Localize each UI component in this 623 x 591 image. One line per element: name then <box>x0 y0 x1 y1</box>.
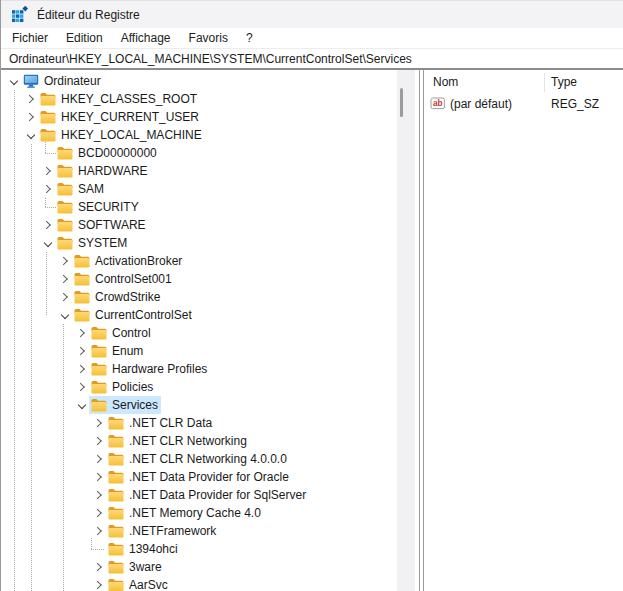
tree-item-label: SAM <box>78 180 104 198</box>
folder-icon <box>57 200 73 214</box>
chevron-icon[interactable] <box>75 396 89 414</box>
column-header-name[interactable]: Nom <box>425 75 551 89</box>
tree-item-enum[interactable]: Enum <box>1 342 397 360</box>
chevron-icon[interactable] <box>75 324 89 342</box>
chevron-icon[interactable] <box>58 270 72 288</box>
chevron-icon[interactable] <box>24 126 38 144</box>
chevron-icon[interactable] <box>24 90 38 108</box>
tree-item-label: HKEY_LOCAL_MACHINE <box>61 126 202 144</box>
tree-item-label: Policies <box>112 378 153 396</box>
values-pane: Nom Type ab (par défaut) REG_SZ <box>425 70 623 591</box>
tree-item-policies[interactable]: Policies <box>1 378 397 396</box>
tree-item-system[interactable]: SYSTEM <box>1 234 397 252</box>
folder-icon <box>91 344 107 358</box>
svg-text:ab: ab <box>433 99 443 108</box>
tree-item--net-clr-networking[interactable]: .NET CLR Networking <box>1 432 397 450</box>
tree-item-currentcontrolset[interactable]: CurrentControlSet <box>1 306 397 324</box>
tree-item-hkey-current-user[interactable]: HKEY_CURRENT_USER <box>1 108 397 126</box>
tree-item-hkey-classes-root[interactable]: HKEY_CLASSES_ROOT <box>1 90 397 108</box>
tree-item--net-data-provider-for-sqlserver[interactable]: .NET Data Provider for SqlServer <box>1 486 397 504</box>
chevron-icon[interactable] <box>75 360 89 378</box>
chevron-icon[interactable] <box>58 252 72 270</box>
registry-tree-pane: Ordinateur <box>1 70 397 591</box>
tree-item-ordinateur[interactable]: Ordinateur <box>1 72 397 90</box>
tree-item-control[interactable]: Control <box>1 324 397 342</box>
chevron-icon[interactable] <box>75 378 89 396</box>
chevron-icon[interactable] <box>41 162 55 180</box>
menu-item--[interactable]: ? <box>237 29 262 47</box>
column-separator[interactable] <box>544 73 545 92</box>
chevron-icon[interactable] <box>7 72 21 90</box>
tree-item-hkey-local-machine[interactable]: HKEY_LOCAL_MACHINE <box>1 126 397 144</box>
registry-editor-window: Éditeur du Registre Fichier Edition Affi… <box>0 0 623 591</box>
tree-item-sam[interactable]: SAM <box>1 180 397 198</box>
tree-item-security[interactable]: SECURITY <box>1 198 397 216</box>
chevron-icon[interactable] <box>92 504 106 522</box>
chevron-icon[interactable] <box>58 288 72 306</box>
folder-icon <box>57 164 73 178</box>
tree-item--net-memory-cache-4-0[interactable]: .NET Memory Cache 4.0 <box>1 504 397 522</box>
tree-item-label: Services <box>112 396 158 414</box>
value-row[interactable]: ab (par défaut) REG_SZ <box>425 94 623 113</box>
chevron-icon[interactable] <box>24 108 38 126</box>
menu-item-affichage[interactable]: Affichage <box>112 29 180 47</box>
tree-item--net-data-provider-for-oracle[interactable]: .NET Data Provider for Oracle <box>1 468 397 486</box>
tree-item-services[interactable]: Services <box>1 396 397 414</box>
folder-icon <box>91 398 107 412</box>
tree-item-label: .NET Memory Cache 4.0 <box>129 504 261 522</box>
chevron-icon[interactable] <box>41 180 55 198</box>
tree-item-hardware-profiles[interactable]: Hardware Profiles <box>1 360 397 378</box>
chevron-icon[interactable] <box>92 522 106 540</box>
folder-icon <box>74 308 90 322</box>
chevron-icon[interactable] <box>92 486 106 504</box>
chevron-icon[interactable] <box>58 306 72 324</box>
folder-icon <box>108 470 124 484</box>
tree-vertical-scrollbar[interactable] <box>397 70 415 591</box>
main-area: Ordinateur <box>1 70 623 591</box>
menu-item-fichier[interactable]: Fichier <box>3 29 57 47</box>
tree-item-3ware[interactable]: 3ware <box>1 558 397 576</box>
tree-item-aarsvc[interactable]: AarSvc <box>1 576 397 591</box>
tree-item-activationbroker[interactable]: ActivationBroker <box>1 252 397 270</box>
values-list: ab (par défaut) REG_SZ <box>425 94 623 113</box>
tree-item--netframework[interactable]: .NETFramework <box>1 522 397 540</box>
tree-item-software[interactable]: SOFTWARE <box>1 216 397 234</box>
value-type: REG_SZ <box>551 97 623 111</box>
tree-item-label: SOFTWARE <box>78 216 146 234</box>
tree-item-label: .NET CLR Networking <box>129 432 247 450</box>
tree-item-hardware[interactable]: HARDWARE <box>1 162 397 180</box>
tree-item--net-clr-data[interactable]: .NET CLR Data <box>1 414 397 432</box>
folder-icon <box>74 272 90 286</box>
chevron-icon[interactable] <box>41 216 55 234</box>
tree-item-1394ohci[interactable]: 1394ohci <box>1 540 397 558</box>
chevron-icon[interactable] <box>92 450 106 468</box>
chevron-icon[interactable] <box>92 576 106 591</box>
chevron-icon[interactable] <box>92 558 106 576</box>
tree-item-label: HKEY_CLASSES_ROOT <box>61 90 197 108</box>
tree-item-controlset001[interactable]: ControlSet001 <box>1 270 397 288</box>
menu-item-favoris[interactable]: Favoris <box>180 29 237 47</box>
chevron-icon[interactable] <box>92 414 106 432</box>
tree-item-label: CurrentControlSet <box>95 306 192 324</box>
tree-item-crowdstrike[interactable]: CrowdStrike <box>1 288 397 306</box>
pane-splitter[interactable] <box>415 70 425 591</box>
column-header-type[interactable]: Type <box>551 75 623 89</box>
folder-icon <box>57 182 73 196</box>
folder-icon <box>91 380 107 394</box>
tree-item-label: AarSvc <box>129 576 168 591</box>
tree-item--net-clr-networking-4-0-0-0[interactable]: .NET CLR Networking 4.0.0.0 <box>1 450 397 468</box>
folder-icon <box>108 416 124 430</box>
address-bar-input[interactable]: Ordinateur\HKEY_LOCAL_MACHINE\SYSTEM\Cur… <box>1 48 623 68</box>
chevron-icon[interactable] <box>92 432 106 450</box>
tree-item-bcd00000000[interactable]: BCD00000000 <box>1 144 397 162</box>
chevron-icon[interactable] <box>75 342 89 360</box>
tree-item-label: Ordinateur <box>44 72 101 90</box>
tree-item-label: 1394ohci <box>129 540 178 558</box>
scrollbar-thumb[interactable] <box>400 88 403 117</box>
folder-icon <box>108 506 124 520</box>
chevron-icon[interactable] <box>92 468 106 486</box>
folder-icon <box>40 128 56 142</box>
folder-icon <box>91 326 107 340</box>
menu-item-edition[interactable]: Edition <box>57 29 112 47</box>
chevron-icon[interactable] <box>41 234 55 252</box>
